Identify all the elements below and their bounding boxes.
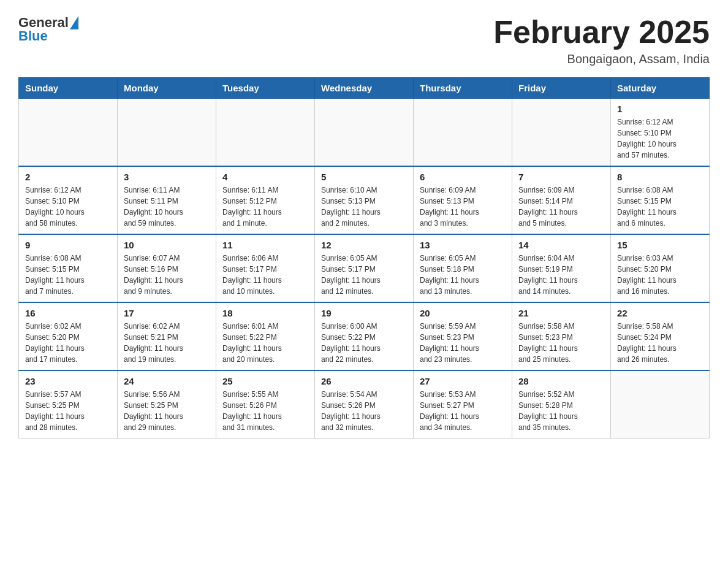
day-info: Sunrise: 6:03 AM Sunset: 5:20 PM Dayligh… xyxy=(617,253,703,297)
day-info: Sunrise: 6:08 AM Sunset: 5:15 PM Dayligh… xyxy=(25,253,111,297)
calendar-table: SundayMondayTuesdayWednesdayThursdayFrid… xyxy=(18,77,710,439)
day-number: 5 xyxy=(321,172,407,182)
day-cell: 21Sunrise: 5:58 AM Sunset: 5:23 PM Dayli… xyxy=(512,302,611,370)
day-number: 10 xyxy=(124,240,210,250)
day-info: Sunrise: 5:56 AM Sunset: 5:25 PM Dayligh… xyxy=(124,389,210,433)
day-number: 17 xyxy=(124,308,210,318)
location-label: Bongaigaon, Assam, India xyxy=(493,52,710,66)
day-info: Sunrise: 5:57 AM Sunset: 5:25 PM Dayligh… xyxy=(25,389,111,433)
day-info: Sunrise: 6:12 AM Sunset: 5:10 PM Dayligh… xyxy=(617,117,703,161)
month-title: February 2025 xyxy=(493,15,710,50)
day-cell: 17Sunrise: 6:02 AM Sunset: 5:21 PM Dayli… xyxy=(118,302,216,370)
title-block: February 2025 Bongaigaon, Assam, India xyxy=(493,15,710,66)
day-info: Sunrise: 5:53 AM Sunset: 5:27 PM Dayligh… xyxy=(420,389,506,433)
day-number: 26 xyxy=(321,376,407,386)
day-cell: 9Sunrise: 6:08 AM Sunset: 5:15 PM Daylig… xyxy=(19,234,118,302)
day-number: 27 xyxy=(420,376,506,386)
day-info: Sunrise: 6:07 AM Sunset: 5:16 PM Dayligh… xyxy=(124,253,210,297)
day-info: Sunrise: 6:02 AM Sunset: 5:20 PM Dayligh… xyxy=(25,321,111,365)
day-number: 25 xyxy=(222,376,308,386)
day-cell: 4Sunrise: 6:11 AM Sunset: 5:12 PM Daylig… xyxy=(216,166,315,234)
day-number: 11 xyxy=(222,240,308,250)
day-cell: 10Sunrise: 6:07 AM Sunset: 5:16 PM Dayli… xyxy=(118,234,216,302)
calendar-header: SundayMondayTuesdayWednesdayThursdayFrid… xyxy=(19,78,710,99)
day-number: 23 xyxy=(25,376,111,386)
day-cell: 26Sunrise: 5:54 AM Sunset: 5:26 PM Dayli… xyxy=(315,370,414,439)
day-number: 6 xyxy=(420,172,506,182)
day-cell: 25Sunrise: 5:55 AM Sunset: 5:26 PM Dayli… xyxy=(216,370,315,439)
day-number: 2 xyxy=(25,172,111,182)
day-number: 19 xyxy=(321,308,407,318)
day-cell: 12Sunrise: 6:05 AM Sunset: 5:17 PM Dayli… xyxy=(315,234,414,302)
day-info: Sunrise: 5:59 AM Sunset: 5:23 PM Dayligh… xyxy=(420,321,506,365)
day-info: Sunrise: 5:54 AM Sunset: 5:26 PM Dayligh… xyxy=(321,389,407,433)
day-cell: 11Sunrise: 6:06 AM Sunset: 5:17 PM Dayli… xyxy=(216,234,315,302)
week-row-4: 16Sunrise: 6:02 AM Sunset: 5:20 PM Dayli… xyxy=(19,302,710,370)
weekday-header-monday: Monday xyxy=(118,78,216,99)
day-number: 4 xyxy=(222,172,308,182)
day-info: Sunrise: 6:01 AM Sunset: 5:22 PM Dayligh… xyxy=(222,321,308,365)
day-info: Sunrise: 6:08 AM Sunset: 5:15 PM Dayligh… xyxy=(617,185,703,229)
day-cell: 20Sunrise: 5:59 AM Sunset: 5:23 PM Dayli… xyxy=(414,302,512,370)
week-row-3: 9Sunrise: 6:08 AM Sunset: 5:15 PM Daylig… xyxy=(19,234,710,302)
calendar-body: 1Sunrise: 6:12 AM Sunset: 5:10 PM Daylig… xyxy=(19,99,710,439)
day-number: 22 xyxy=(617,308,703,318)
day-number: 7 xyxy=(518,172,604,182)
day-number: 9 xyxy=(25,240,111,250)
day-cell xyxy=(611,370,710,439)
day-cell xyxy=(19,99,118,167)
day-cell: 24Sunrise: 5:56 AM Sunset: 5:25 PM Dayli… xyxy=(118,370,216,439)
day-number: 14 xyxy=(518,240,604,250)
weekday-header-thursday: Thursday xyxy=(414,78,512,99)
weekday-header-wednesday: Wednesday xyxy=(315,78,414,99)
weekday-header-tuesday: Tuesday xyxy=(216,78,315,99)
day-info: Sunrise: 5:58 AM Sunset: 5:23 PM Dayligh… xyxy=(518,321,604,365)
day-number: 24 xyxy=(124,376,210,386)
day-number: 12 xyxy=(321,240,407,250)
day-info: Sunrise: 6:12 AM Sunset: 5:10 PM Dayligh… xyxy=(25,185,111,229)
day-number: 18 xyxy=(222,308,308,318)
day-info: Sunrise: 5:55 AM Sunset: 5:26 PM Dayligh… xyxy=(222,389,308,433)
day-cell: 3Sunrise: 6:11 AM Sunset: 5:11 PM Daylig… xyxy=(118,166,216,234)
day-number: 16 xyxy=(25,308,111,318)
weekday-header-friday: Friday xyxy=(512,78,611,99)
day-cell xyxy=(315,99,414,167)
day-number: 21 xyxy=(518,308,604,318)
day-info: Sunrise: 6:05 AM Sunset: 5:17 PM Dayligh… xyxy=(321,253,407,297)
day-cell: 8Sunrise: 6:08 AM Sunset: 5:15 PM Daylig… xyxy=(611,166,710,234)
day-cell: 6Sunrise: 6:09 AM Sunset: 5:13 PM Daylig… xyxy=(414,166,512,234)
day-cell: 16Sunrise: 6:02 AM Sunset: 5:20 PM Dayli… xyxy=(19,302,118,370)
day-number: 13 xyxy=(420,240,506,250)
day-info: Sunrise: 6:04 AM Sunset: 5:19 PM Dayligh… xyxy=(518,253,604,297)
day-cell: 15Sunrise: 6:03 AM Sunset: 5:20 PM Dayli… xyxy=(611,234,710,302)
page-header: General Blue February 2025 Bongaigaon, A… xyxy=(18,15,710,66)
day-cell: 28Sunrise: 5:52 AM Sunset: 5:28 PM Dayli… xyxy=(512,370,611,439)
day-cell: 2Sunrise: 6:12 AM Sunset: 5:10 PM Daylig… xyxy=(19,166,118,234)
weekday-header-saturday: Saturday xyxy=(611,78,710,99)
day-cell: 13Sunrise: 6:05 AM Sunset: 5:18 PM Dayli… xyxy=(414,234,512,302)
day-number: 8 xyxy=(617,172,703,182)
day-info: Sunrise: 6:11 AM Sunset: 5:12 PM Dayligh… xyxy=(222,185,308,229)
day-number: 15 xyxy=(617,240,703,250)
week-row-1: 1Sunrise: 6:12 AM Sunset: 5:10 PM Daylig… xyxy=(19,99,710,167)
day-cell xyxy=(216,99,315,167)
day-info: Sunrise: 6:06 AM Sunset: 5:17 PM Dayligh… xyxy=(222,253,308,297)
day-cell xyxy=(414,99,512,167)
weekday-header-sunday: Sunday xyxy=(19,78,118,99)
day-cell: 19Sunrise: 6:00 AM Sunset: 5:22 PM Dayli… xyxy=(315,302,414,370)
day-cell xyxy=(118,99,216,167)
day-info: Sunrise: 5:52 AM Sunset: 5:28 PM Dayligh… xyxy=(518,389,604,433)
day-number: 3 xyxy=(124,172,210,182)
day-number: 20 xyxy=(420,308,506,318)
day-cell: 18Sunrise: 6:01 AM Sunset: 5:22 PM Dayli… xyxy=(216,302,315,370)
day-info: Sunrise: 6:09 AM Sunset: 5:14 PM Dayligh… xyxy=(518,185,604,229)
weekday-row: SundayMondayTuesdayWednesdayThursdayFrid… xyxy=(19,78,710,99)
day-cell: 1Sunrise: 6:12 AM Sunset: 5:10 PM Daylig… xyxy=(611,99,710,167)
day-info: Sunrise: 6:02 AM Sunset: 5:21 PM Dayligh… xyxy=(124,321,210,365)
day-cell: 14Sunrise: 6:04 AM Sunset: 5:19 PM Dayli… xyxy=(512,234,611,302)
logo: General Blue xyxy=(18,15,78,44)
day-info: Sunrise: 6:09 AM Sunset: 5:13 PM Dayligh… xyxy=(420,185,506,229)
day-info: Sunrise: 6:10 AM Sunset: 5:13 PM Dayligh… xyxy=(321,185,407,229)
day-cell xyxy=(512,99,611,167)
week-row-5: 23Sunrise: 5:57 AM Sunset: 5:25 PM Dayli… xyxy=(19,370,710,439)
